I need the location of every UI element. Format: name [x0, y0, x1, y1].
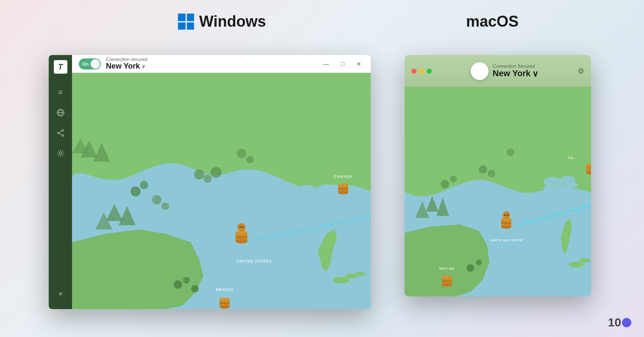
location-chevron: ∨ — [142, 64, 145, 69]
svg-point-27 — [211, 167, 222, 178]
svg-point-31 — [140, 181, 148, 189]
sidebar-globe-icon[interactable] — [52, 104, 69, 121]
svg-point-53 — [219, 305, 230, 309]
vpn-toggle[interactable]: On — [79, 58, 101, 69]
maximize-button[interactable]: □ — [339, 60, 347, 68]
svg-point-82 — [502, 211, 510, 219]
macos-location-text: New York — [493, 69, 530, 78]
windows-map: CANADA UNITED STATES MEXICO — [72, 73, 371, 309]
svg-point-15 — [326, 192, 339, 199]
app-logo: T — [54, 60, 67, 74]
svg-text:UNITED STATES: UNITED STATES — [236, 259, 272, 263]
windows-titlebar: On Connection secured New York ∨ — □ ✕ — [72, 55, 371, 73]
badge-circle — [622, 318, 631, 327]
svg-point-71 — [488, 170, 495, 177]
svg-point-75 — [466, 264, 474, 272]
svg-point-18 — [355, 272, 365, 276]
svg-point-5 — [58, 132, 59, 134]
svg-text:UNITE UNI UNITE: UNITE UNI UNITE — [490, 238, 523, 242]
svg-point-52 — [219, 298, 230, 301]
svg-point-65 — [569, 262, 584, 268]
svg-point-85 — [505, 215, 506, 216]
windows-app-window: T ≡ — [49, 55, 371, 309]
macos-connection-area: Connection Secured New York ∨ — [471, 62, 539, 80]
sidebar-minimize-icon[interactable] — [52, 285, 69, 302]
connection-secured-text: Connection secured — [106, 57, 147, 62]
svg-text:CA...: CA... — [568, 156, 577, 160]
svg-point-76 — [476, 260, 482, 265]
svg-point-45 — [240, 227, 241, 228]
traffic-lights — [411, 69, 432, 74]
svg-point-72 — [441, 180, 449, 188]
svg-point-86 — [507, 215, 508, 216]
sidebar-menu-icon[interactable]: ≡ — [52, 84, 69, 101]
macos-location-chevron: ∨ — [532, 69, 539, 79]
macos-label-text: macOS — [466, 13, 519, 30]
svg-point-14 — [305, 198, 322, 206]
windows-connection-area: On Connection secured New York ∨ — [79, 57, 147, 71]
svg-point-42 — [237, 223, 246, 232]
macos-connection-info: Connection Secured New York ∨ — [493, 64, 539, 79]
svg-point-70 — [479, 165, 487, 174]
windows-main-content: On Connection secured New York ∨ — □ ✕ — [72, 55, 371, 309]
svg-point-35 — [183, 277, 190, 284]
svg-point-91 — [442, 276, 452, 279]
svg-line-7 — [59, 133, 62, 135]
svg-point-64 — [566, 182, 578, 188]
connection-location[interactable]: New York ∨ — [106, 62, 147, 71]
toggle-track[interactable]: On — [79, 58, 101, 69]
svg-text:CANADA: CANADA — [334, 174, 353, 179]
windows-platform-label: Windows — [178, 13, 266, 30]
svg-point-8 — [59, 152, 62, 155]
svg-point-30 — [130, 186, 141, 196]
svg-text:MEX ME: MEX ME — [439, 267, 455, 271]
location-text: New York — [106, 62, 140, 71]
windows-label-text: Windows — [199, 13, 266, 30]
macos-titlebar: Connection Secured New York ∨ ⚙ — [405, 55, 591, 87]
svg-point-92 — [442, 283, 452, 287]
svg-point-36 — [191, 285, 199, 293]
svg-point-4 — [62, 135, 64, 136]
svg-text:MEXICO: MEXICO — [216, 287, 233, 292]
svg-point-74 — [507, 149, 514, 156]
svg-point-3 — [62, 130, 64, 131]
window-controls: — □ ✕ — [321, 60, 364, 68]
svg-point-28 — [152, 195, 161, 204]
maximize-dot[interactable] — [427, 69, 432, 74]
svg-point-48 — [338, 183, 348, 187]
windows-connection-info: Connection secured New York ∨ — [106, 57, 147, 71]
svg-point-46 — [242, 227, 244, 228]
svg-point-49 — [338, 191, 348, 194]
macos-connection-secured: Connection Secured — [493, 64, 539, 69]
macos-map: UNITE UNI UNITE MEX ME CA... — [405, 87, 591, 296]
svg-point-26 — [203, 174, 212, 183]
windows-icon — [178, 14, 194, 30]
sidebar-settings-icon[interactable] — [52, 145, 69, 162]
badge-number: 10 — [608, 316, 621, 329]
svg-point-66 — [579, 258, 590, 262]
svg-point-32 — [237, 149, 246, 158]
svg-point-16 — [333, 277, 350, 284]
svg-line-6 — [59, 131, 62, 133]
macos-connection-location[interactable]: New York ∨ — [493, 69, 539, 79]
close-button[interactable]: ✕ — [354, 60, 364, 68]
macos-platform-label: macOS — [466, 13, 519, 30]
toggle-knob — [91, 59, 100, 69]
svg-point-63 — [550, 189, 564, 195]
svg-point-33 — [246, 156, 254, 163]
svg-point-34 — [174, 280, 182, 289]
macos-settings-icon[interactable]: ⚙ — [577, 66, 584, 76]
svg-point-25 — [194, 169, 204, 180]
minimize-button[interactable]: — — [321, 60, 332, 68]
svg-point-29 — [161, 202, 169, 210]
svg-point-40 — [236, 239, 247, 243]
macos-vpn-toggle[interactable] — [471, 62, 489, 80]
svg-point-80 — [501, 225, 511, 229]
version-badge: 10 — [608, 316, 631, 329]
sidebar-share-icon[interactable] — [52, 124, 69, 141]
macos-app-window: Connection Secured New York ∨ ⚙ — [405, 55, 591, 296]
svg-point-73 — [450, 176, 457, 182]
minimize-dot[interactable] — [419, 69, 424, 74]
close-dot[interactable] — [411, 69, 416, 74]
toggle-on-label: On — [82, 61, 89, 66]
